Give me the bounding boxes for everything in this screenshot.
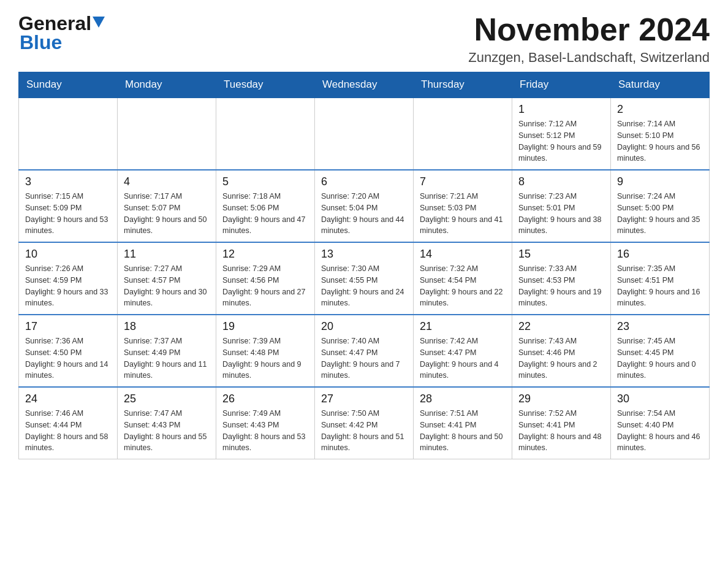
day-info: Sunrise: 7:29 AM Sunset: 4:56 PM Dayligh… [222, 263, 308, 309]
calendar-cell: 28Sunrise: 7:51 AM Sunset: 4:41 PM Dayli… [414, 387, 512, 459]
day-info: Sunrise: 7:24 AM Sunset: 5:00 PM Dayligh… [617, 191, 703, 237]
calendar-cell: 4Sunrise: 7:17 AM Sunset: 5:07 PM Daylig… [118, 170, 216, 242]
calendar-cell: 6Sunrise: 7:20 AM Sunset: 5:04 PM Daylig… [315, 170, 414, 242]
day-number: 16 [617, 248, 703, 261]
day-number: 2 [617, 103, 703, 116]
day-number: 8 [518, 175, 604, 188]
calendar-cell: 12Sunrise: 7:29 AM Sunset: 4:56 PM Dayli… [216, 242, 315, 315]
calendar-cell [315, 98, 414, 170]
calendar-cell: 3Sunrise: 7:15 AM Sunset: 5:09 PM Daylig… [19, 170, 118, 242]
calendar-cell: 9Sunrise: 7:24 AM Sunset: 5:00 PM Daylig… [611, 170, 710, 242]
day-info: Sunrise: 7:49 AM Sunset: 4:43 PM Dayligh… [222, 408, 308, 454]
calendar-cell: 19Sunrise: 7:39 AM Sunset: 4:48 PM Dayli… [216, 315, 315, 387]
day-number: 23 [617, 320, 703, 333]
calendar-cell: 2Sunrise: 7:14 AM Sunset: 5:10 PM Daylig… [611, 98, 710, 170]
day-info: Sunrise: 7:12 AM Sunset: 5:12 PM Dayligh… [518, 118, 604, 164]
calendar-cell: 24Sunrise: 7:46 AM Sunset: 4:44 PM Dayli… [19, 387, 118, 459]
day-number: 19 [222, 320, 308, 333]
calendar-week-row: 17Sunrise: 7:36 AM Sunset: 4:50 PM Dayli… [19, 315, 710, 387]
day-number: 29 [518, 393, 604, 405]
calendar-cell: 16Sunrise: 7:35 AM Sunset: 4:51 PM Dayli… [611, 242, 710, 315]
calendar-week-row: 24Sunrise: 7:46 AM Sunset: 4:44 PM Dayli… [19, 387, 710, 459]
calendar-cell: 25Sunrise: 7:47 AM Sunset: 4:43 PM Dayli… [118, 387, 216, 459]
calendar-header-row: SundayMondayTuesdayWednesdayThursdayFrid… [19, 72, 710, 98]
calendar-cell: 21Sunrise: 7:42 AM Sunset: 4:47 PM Dayli… [414, 315, 512, 387]
day-info: Sunrise: 7:39 AM Sunset: 4:48 PM Dayligh… [222, 335, 308, 381]
calendar-cell [19, 98, 118, 170]
calendar-cell [118, 98, 216, 170]
day-number: 25 [124, 393, 210, 405]
weekday-header-saturday: Saturday [611, 72, 710, 98]
day-info: Sunrise: 7:32 AM Sunset: 4:54 PM Dayligh… [420, 263, 506, 309]
calendar-week-row: 3Sunrise: 7:15 AM Sunset: 5:09 PM Daylig… [19, 170, 710, 242]
day-number: 14 [420, 248, 506, 261]
day-number: 27 [321, 393, 407, 405]
month-title: November 2024 [468, 12, 710, 47]
day-number: 30 [617, 393, 703, 405]
day-info: Sunrise: 7:54 AM Sunset: 4:40 PM Dayligh… [617, 408, 703, 454]
day-info: Sunrise: 7:14 AM Sunset: 5:10 PM Dayligh… [617, 118, 703, 164]
calendar-cell: 5Sunrise: 7:18 AM Sunset: 5:06 PM Daylig… [216, 170, 315, 242]
location-subtitle: Zunzgen, Basel-Landschaft, Switzerland [468, 50, 710, 66]
day-info: Sunrise: 7:35 AM Sunset: 4:51 PM Dayligh… [617, 263, 703, 309]
calendar-week-row: 10Sunrise: 7:26 AM Sunset: 4:59 PM Dayli… [19, 242, 710, 315]
calendar-cell [414, 98, 512, 170]
calendar-cell: 11Sunrise: 7:27 AM Sunset: 4:57 PM Dayli… [118, 242, 216, 315]
day-number: 9 [617, 175, 703, 188]
day-number: 10 [25, 248, 111, 261]
day-info: Sunrise: 7:21 AM Sunset: 5:03 PM Dayligh… [420, 191, 506, 237]
day-info: Sunrise: 7:45 AM Sunset: 4:45 PM Dayligh… [617, 335, 703, 381]
day-number: 6 [321, 175, 407, 188]
page-header: General Blue November 2024 Zunzgen, Base… [18, 12, 710, 66]
weekday-header-wednesday: Wednesday [315, 72, 414, 98]
day-info: Sunrise: 7:47 AM Sunset: 4:43 PM Dayligh… [124, 408, 210, 454]
calendar-cell: 22Sunrise: 7:43 AM Sunset: 4:46 PM Dayli… [512, 315, 611, 387]
day-info: Sunrise: 7:50 AM Sunset: 4:42 PM Dayligh… [321, 408, 407, 454]
day-info: Sunrise: 7:33 AM Sunset: 4:53 PM Dayligh… [518, 263, 604, 309]
calendar-cell: 23Sunrise: 7:45 AM Sunset: 4:45 PM Dayli… [611, 315, 710, 387]
calendar-cell: 15Sunrise: 7:33 AM Sunset: 4:53 PM Dayli… [512, 242, 611, 315]
day-number: 7 [420, 175, 506, 188]
day-number: 4 [124, 175, 210, 188]
day-number: 12 [222, 248, 308, 261]
day-number: 24 [25, 393, 111, 405]
calendar-cell: 29Sunrise: 7:52 AM Sunset: 4:41 PM Dayli… [512, 387, 611, 459]
day-number: 1 [518, 103, 604, 116]
logo: General Blue [18, 12, 105, 54]
calendar-week-row: 1Sunrise: 7:12 AM Sunset: 5:12 PM Daylig… [19, 98, 710, 170]
day-number: 18 [124, 320, 210, 333]
calendar-cell: 17Sunrise: 7:36 AM Sunset: 4:50 PM Dayli… [19, 315, 118, 387]
day-info: Sunrise: 7:52 AM Sunset: 4:41 PM Dayligh… [518, 408, 604, 454]
calendar-cell: 27Sunrise: 7:50 AM Sunset: 4:42 PM Dayli… [315, 387, 414, 459]
day-info: Sunrise: 7:46 AM Sunset: 4:44 PM Dayligh… [25, 408, 111, 454]
calendar-cell: 10Sunrise: 7:26 AM Sunset: 4:59 PM Dayli… [19, 242, 118, 315]
day-info: Sunrise: 7:23 AM Sunset: 5:01 PM Dayligh… [518, 191, 604, 237]
day-number: 15 [518, 248, 604, 261]
day-number: 17 [25, 320, 111, 333]
logo-triangle-icon [93, 17, 105, 29]
svg-marker-0 [93, 17, 105, 28]
logo-blue-text: Blue [20, 31, 62, 53]
calendar-cell: 13Sunrise: 7:30 AM Sunset: 4:55 PM Dayli… [315, 242, 414, 315]
weekday-header-tuesday: Tuesday [216, 72, 315, 98]
title-section: November 2024 Zunzgen, Basel-Landschaft,… [468, 12, 710, 66]
day-info: Sunrise: 7:27 AM Sunset: 4:57 PM Dayligh… [124, 263, 210, 309]
calendar-cell: 26Sunrise: 7:49 AM Sunset: 4:43 PM Dayli… [216, 387, 315, 459]
day-info: Sunrise: 7:30 AM Sunset: 4:55 PM Dayligh… [321, 263, 407, 309]
calendar-cell [216, 98, 315, 170]
calendar-cell: 18Sunrise: 7:37 AM Sunset: 4:49 PM Dayli… [118, 315, 216, 387]
day-info: Sunrise: 7:51 AM Sunset: 4:41 PM Dayligh… [420, 408, 506, 454]
weekday-header-thursday: Thursday [414, 72, 512, 98]
day-info: Sunrise: 7:36 AM Sunset: 4:50 PM Dayligh… [25, 335, 111, 381]
day-info: Sunrise: 7:18 AM Sunset: 5:06 PM Dayligh… [222, 191, 308, 237]
day-number: 13 [321, 248, 407, 261]
weekday-header-monday: Monday [118, 72, 216, 98]
calendar-cell: 30Sunrise: 7:54 AM Sunset: 4:40 PM Dayli… [611, 387, 710, 459]
day-info: Sunrise: 7:20 AM Sunset: 5:04 PM Dayligh… [321, 191, 407, 237]
day-number: 26 [222, 393, 308, 405]
day-number: 11 [124, 248, 210, 261]
weekday-header-sunday: Sunday [19, 72, 118, 98]
day-info: Sunrise: 7:15 AM Sunset: 5:09 PM Dayligh… [25, 191, 111, 237]
day-number: 21 [420, 320, 506, 333]
day-number: 20 [321, 320, 407, 333]
